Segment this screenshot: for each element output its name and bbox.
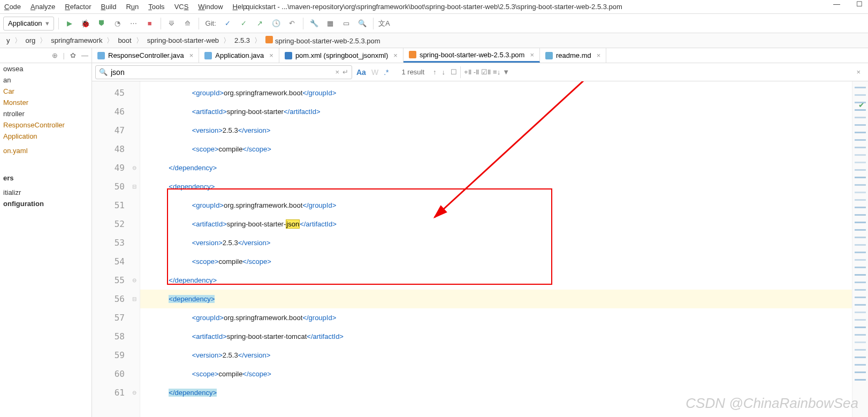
settings-icon[interactable]: ✿ (70, 51, 76, 59)
find-bar: 🔍 × ↵ Aa W .* 1 result ↑ ↓ ☐ +Ⅱ -Ⅱ ☑Ⅱ ≡↓… (92, 63, 868, 81)
next-match-button[interactable]: ↓ (442, 68, 446, 76)
select-all-button[interactable]: ☐ (451, 68, 457, 76)
tab-label: readme.md (556, 51, 591, 59)
profile-button[interactable]: ◔ (111, 17, 124, 30)
editor-tab[interactable]: readme.md× (540, 48, 606, 63)
close-tab-icon[interactable]: × (393, 51, 398, 59)
close-tab-icon[interactable]: × (269, 51, 273, 59)
line-gutter: 4546474849⊖50⊟5152535455⊖56⊟5758596061⊖ (92, 81, 140, 417)
breadcrumb-item[interactable]: y (3, 36, 13, 44)
find-input-wrapper: 🔍 × ↵ (95, 65, 352, 79)
sidebar-item[interactable]: an (0, 74, 92, 86)
regex-toggle[interactable]: .* (384, 68, 389, 77)
remove-selection-button[interactable]: -Ⅱ (474, 68, 479, 76)
sidebar-item[interactable]: itializr (0, 187, 92, 198)
menu-bar: Code Analyze Refactor Build Run Tools VC… (0, 0, 868, 14)
divider-icon: | (63, 51, 65, 59)
run-anything-button[interactable]: ▭ (340, 17, 353, 30)
breadcrumb-item[interactable]: springframework (48, 36, 105, 44)
project-sidebar[interactable]: ⊕ | ✿ — owseaanCarMonsterntrollerRespons… (0, 48, 92, 417)
sidebar-item[interactable]: Car (0, 86, 92, 97)
vcs-commit-button[interactable]: ⟰ (181, 17, 194, 30)
sidebar-item[interactable]: ers (0, 172, 92, 184)
history-icon[interactable]: ↵ (342, 68, 348, 76)
sidebar-item[interactable]: Monster (0, 97, 92, 108)
run-config-selector[interactable]: Application ▾ (3, 17, 54, 31)
search-everywhere-button[interactable]: 🔍 (356, 17, 369, 30)
code-content[interactable]: <groupId>org.springframework.boot</group… (140, 81, 852, 417)
breadcrumb-item[interactable]: 2.5.3 (231, 36, 253, 44)
search-icon: 🔍 (99, 68, 108, 76)
debug-button[interactable]: 🐞 (79, 17, 92, 30)
sidebar-item[interactable]: onfiguration (0, 198, 92, 209)
breadcrumb-item[interactable]: org (22, 36, 39, 44)
git-commit-button[interactable]: ✓ (238, 17, 250, 30)
sidebar-header: ⊕ | ✿ — (0, 48, 92, 63)
close-tab-icon[interactable]: × (189, 51, 194, 59)
git-history-button[interactable]: 🕓 (270, 17, 283, 30)
prev-match-button[interactable]: ↑ (433, 68, 437, 76)
editor-tab[interactable]: Application.java× (199, 48, 279, 63)
add-selection-button[interactable]: +Ⅱ (464, 68, 471, 76)
file-icon (97, 52, 105, 59)
run-button[interactable]: ▶ (63, 17, 76, 30)
sidebar-item[interactable]: ResponseController (0, 119, 92, 131)
tab-label: spring-boot-starter-web-2.5.3.pom (420, 51, 525, 59)
clear-search-icon[interactable]: × (335, 68, 339, 76)
menu-window[interactable]: Window (198, 3, 223, 11)
collapse-icon[interactable]: — (81, 51, 88, 59)
find-input[interactable] (111, 68, 332, 77)
select-occurrences-button[interactable]: ☑Ⅱ (481, 68, 491, 76)
code-editor[interactable]: 4546474849⊖50⊟5152535455⊖56⊟5758596061⊖ … (92, 81, 868, 417)
filter-button[interactable]: ▼ (502, 68, 509, 76)
menu-build[interactable]: Build (101, 3, 116, 11)
file-icon (409, 51, 416, 58)
file-icon (285, 52, 292, 59)
editor-tab[interactable]: pom.xml (springboot_jsonxml)× (279, 48, 403, 63)
editor-tabs: ResponseController.java×Application.java… (92, 48, 868, 63)
project-structure-button[interactable]: ▦ (324, 17, 337, 30)
sidebar-item[interactable]: on.yaml (0, 145, 92, 156)
breadcrumb-item[interactable]: spring-boot-starter-web (144, 36, 222, 44)
coverage-button[interactable]: ⛊ (95, 17, 108, 30)
menu-run[interactable]: Run (126, 3, 139, 11)
tab-label: Application.java (215, 51, 264, 59)
words-toggle[interactable]: W (371, 68, 378, 77)
menu-code[interactable]: Code (4, 3, 21, 11)
git-label: Git: (205, 19, 216, 27)
menu-help[interactable]: Help (233, 3, 247, 11)
sidebar-item[interactable]: Application (0, 131, 92, 142)
minimap[interactable]: ✔ (852, 81, 868, 417)
sidebar-item[interactable]: owsea (0, 63, 92, 74)
maximize-button[interactable]: ☐ (856, 0, 863, 8)
git-push-button[interactable]: ↗ (254, 17, 267, 30)
git-rollback-button[interactable]: ↶ (286, 17, 299, 30)
chevron-down-icon: ▾ (45, 19, 49, 27)
close-tab-icon[interactable]: × (530, 51, 534, 59)
file-icon (545, 52, 553, 59)
menu-analyze[interactable]: Analyze (31, 3, 55, 11)
stop-button[interactable]: ■ (143, 17, 156, 30)
close-find-button[interactable]: × (856, 68, 865, 76)
translate-button[interactable]: 文A (378, 17, 391, 30)
close-tab-icon[interactable]: × (597, 51, 601, 59)
locate-icon[interactable]: ⊕ (52, 51, 58, 59)
breadcrumb-item[interactable]: boot (115, 36, 134, 44)
find-results-count: 1 result (401, 68, 424, 76)
tab-label: pom.xml (springboot_jsonxml) (295, 51, 388, 59)
editor-tab[interactable]: ResponseController.java× (92, 48, 199, 63)
minimize-button[interactable]: — (833, 0, 840, 8)
menu-vcs[interactable]: VCS (174, 3, 189, 11)
git-pull-button[interactable]: ✓ (222, 17, 234, 30)
vcs-update-button[interactable]: ⟱ (165, 17, 178, 30)
menu-tools[interactable]: Tools (148, 3, 164, 11)
breadcrumb-file[interactable]: spring-boot-starter-web-2.5.3.pom (262, 36, 384, 45)
settings-button[interactable]: 🔧 (308, 17, 321, 30)
attach-button[interactable]: ⋯ (127, 17, 140, 30)
sidebar-item[interactable]: ntroller (0, 108, 92, 119)
editor-tab[interactable]: spring-boot-starter-web-2.5.3.pom× (403, 48, 540, 63)
toggle-grid-button[interactable]: ≡↓ (493, 68, 500, 76)
file-icon (204, 52, 212, 59)
match-case-toggle[interactable]: Aa (356, 68, 366, 77)
menu-refactor[interactable]: Refactor (65, 3, 91, 11)
